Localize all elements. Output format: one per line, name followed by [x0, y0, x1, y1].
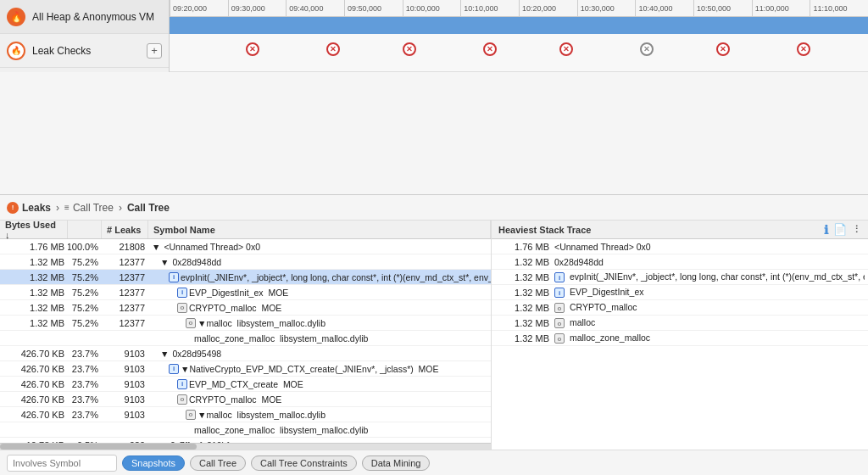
tick-6: 10:10,000 — [460, 0, 519, 16]
table-row[interactable]: 1.32 MB 75.2% 12377 i EVP_DigestInit_ex … — [0, 285, 491, 300]
td-pct — [68, 331, 102, 345]
leak-marker-8[interactable]: ✕ — [797, 42, 810, 56]
sidebar-item-leak-checks[interactable]: 🔥 Leak Checks + — [0, 34, 169, 68]
sidebar-item-all-heap[interactable]: 🔥 All Heap & Anonymous VM — [0, 0, 169, 34]
th-symbol: Symbol Name — [148, 221, 491, 238]
tab-data-mining[interactable]: Data Mining — [362, 455, 431, 471]
leak-marker-2[interactable]: ✕ — [326, 42, 340, 56]
leak-icon-red-2: ✕ — [326, 42, 340, 56]
leak-marker-6[interactable]: ✕ — [640, 42, 654, 56]
leak-icon-red-6: ✕ — [716, 42, 730, 56]
td-bytes: 1.32 MB — [0, 254, 68, 269]
leak-icon-red-1: ✕ — [246, 42, 259, 56]
th-leaks[interactable]: # Leaks — [102, 221, 148, 238]
th-bytes[interactable]: Bytes Used ↓ — [0, 221, 68, 238]
table-row[interactable]: 1.32 MB 75.2% 12377 i evpInit(_JNIEnv*, … — [0, 270, 491, 285]
symbol-icon-blue: i — [177, 288, 187, 298]
table-row[interactable]: 426.70 KB 23.7% 9103 i EVP_MD_CTX_create… — [0, 377, 491, 392]
export-icon[interactable]: 📄 — [833, 223, 847, 236]
tick-12: 11:10,000 — [810, 0, 868, 16]
table-row[interactable]: 1.32 MB 75.2% 12377 o ▼malloc libsystem_… — [0, 316, 491, 331]
td-symbol: ▼0x28d95498 — [148, 346, 491, 360]
tick-9: 10:40,000 — [635, 0, 693, 16]
td-symbol: malloc_zone_malloc libsystem_malloc.dyli… — [148, 422, 491, 437]
leak-icon-red-4: ✕ — [483, 42, 497, 56]
call-tree2-label: Call Tree — [127, 202, 170, 214]
table-row[interactable]: 426.70 KB 23.7% 9103 o ▼malloc libsystem… — [0, 407, 491, 422]
td-symbol: o ▼malloc libsystem_malloc.dylib — [148, 316, 491, 330]
right-symbol: i EVP_DigestInit_ex — [554, 287, 865, 299]
tick-7: 10:20,000 — [519, 0, 577, 16]
right-bytes: 1.32 MB — [495, 303, 554, 313]
leak-marker-5[interactable]: ✕ — [559, 42, 573, 56]
table-header: Bytes Used ↓ # Leaks Symbol Name — [0, 221, 491, 239]
table-row[interactable]: malloc_zone_malloc libsystem_malloc.dyli… — [0, 331, 491, 346]
td-bytes: 426.70 KB — [0, 377, 68, 391]
tick-8: 10:30,000 — [577, 0, 636, 16]
td-bytes — [0, 331, 68, 345]
td-hash: 21808 — [102, 239, 148, 254]
tick-3: 09:40,000 — [286, 0, 344, 16]
right-symbol: o malloc_zone_malloc — [554, 332, 865, 344]
more-icon[interactable]: ⋮ — [852, 224, 861, 235]
symbol-icon-gray: o — [186, 410, 196, 420]
td-symbol: i ▼NativeCrypto_EVP_MD_CTX_create(_JNIEn… — [148, 361, 491, 376]
table-row[interactable]: 1.32 MB 75.2% 12377 o CRYPTO_malloc MOE — [0, 300, 491, 316]
td-pct: 23.7% — [68, 377, 102, 391]
add-leak-check-button[interactable]: + — [147, 43, 162, 59]
td-hash: 12377 — [102, 285, 148, 299]
td-hash: 12377 — [102, 270, 148, 284]
horizontal-scrollbar[interactable] — [0, 443, 491, 450]
scroll-thumb[interactable] — [0, 444, 197, 450]
table-row[interactable]: 1.32 MB 75.2% 12377 ▼0x28d948dd — [0, 254, 491, 270]
involves-symbol-input[interactable] — [7, 455, 117, 472]
td-bytes: 426.70 KB — [0, 346, 68, 360]
right-row[interactable]: 1.32 MB i evpInit(_JNIEnv*, _jobject*, l… — [492, 270, 868, 285]
leak-icon-red-5: ✕ — [559, 42, 573, 56]
td-pct — [68, 422, 102, 437]
symbol-icon-blue: i — [169, 272, 179, 282]
td-hash: 9103 — [102, 407, 148, 422]
td-symbol: ▼<Unnamed Thread> 0x0 — [148, 239, 491, 254]
right-bytes: 1.32 MB — [495, 318, 554, 328]
td-pct: 75.2% — [68, 300, 102, 315]
leak-marker-1[interactable]: ✕ — [246, 42, 259, 56]
td-pct: 100.0% — [68, 239, 102, 254]
tick-10: 10:50,000 — [693, 0, 752, 16]
leak-marker-3[interactable]: ✕ — [403, 42, 416, 56]
table-row[interactable]: 1.76 MB 100.0% 21808 ▼<Unnamed Thread> 0… — [0, 239, 491, 254]
leak-icon-red-3: ✕ — [403, 42, 416, 56]
td-pct: 23.7% — [68, 346, 102, 360]
table-row[interactable]: 426.70 KB 23.7% 9103 o CRYPTO_malloc MOE — [0, 392, 491, 407]
flame-icon-outline: 🔥 — [7, 42, 25, 60]
info-icon[interactable]: ℹ — [824, 223, 828, 237]
td-pct: 23.7% — [68, 407, 102, 422]
td-symbol: i evpInit(_JNIEnv*, _jobject*, long long… — [148, 270, 491, 284]
right-row[interactable]: 1.76 MB <Unnamed Thread> 0x0 — [492, 239, 868, 254]
td-hash: 12377 — [102, 316, 148, 330]
td-bytes — [0, 422, 68, 437]
td-symbol: i EVP_DigestInit_ex MOE — [148, 285, 491, 299]
th-pct — [68, 221, 102, 238]
tab-call-tree[interactable]: Call Tree — [190, 455, 246, 471]
main-graph-area — [0, 72, 868, 195]
tab-call-tree-constraints[interactable]: Call Tree Constraints — [251, 455, 357, 471]
right-row[interactable]: 1.32 MB o malloc — [492, 316, 868, 331]
td-hash: 9103 — [102, 346, 148, 360]
table-row[interactable]: 426.70 KB 23.7% 9103 ▼0x28d95498 — [0, 346, 491, 361]
table-body: 1.76 MB 100.0% 21808 ▼<Unnamed Thread> 0… — [0, 239, 491, 443]
leak-marker-7[interactable]: ✕ — [716, 42, 730, 56]
leak-marker-4[interactable]: ✕ — [483, 42, 497, 56]
leaks-label: Leaks — [22, 202, 51, 214]
right-row[interactable]: 1.32 MB 0x28d948dd — [492, 254, 868, 270]
table-row[interactable]: 426.70 KB 23.7% 9103 i ▼NativeCrypto_EVP… — [0, 361, 491, 377]
td-pct: 23.7% — [68, 361, 102, 376]
td-symbol: malloc_zone_malloc libsystem_malloc.dyli… — [148, 331, 491, 345]
right-row[interactable]: 1.32 MB o malloc_zone_malloc — [492, 331, 868, 346]
leak-icon-red-7: ✕ — [797, 42, 810, 56]
call-tree-link[interactable]: Call Tree — [73, 202, 114, 214]
right-row[interactable]: 1.32 MB o CRYPTO_malloc — [492, 300, 868, 316]
right-row[interactable]: 1.32 MB i EVP_DigestInit_ex — [492, 285, 868, 300]
table-row[interactable]: malloc_zone_malloc libsystem_malloc.dyli… — [0, 422, 491, 438]
tab-snapshots[interactable]: Snapshots — [122, 455, 185, 471]
